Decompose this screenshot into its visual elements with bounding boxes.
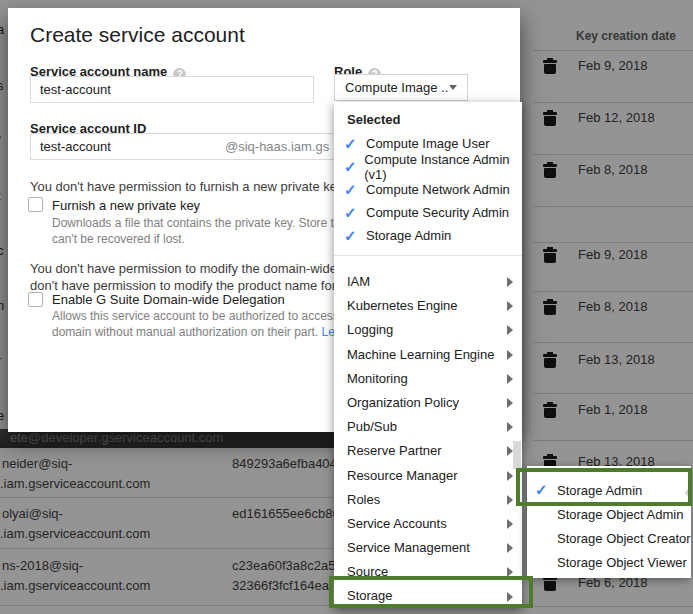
- menu-divider: [334, 255, 522, 256]
- account-id-domain-suffix: @siq-haas.iam.gs: [225, 134, 329, 159]
- submenu-arrow-icon: [507, 422, 513, 432]
- input-value: test-account: [40, 139, 111, 154]
- submenu-arrow-icon: [507, 398, 513, 408]
- menu-item-label: Reserve Partner: [347, 443, 442, 458]
- submenu-item-storage-object-creator[interactable]: Storage Object Creator: [527, 526, 691, 550]
- description-text: domain without manual authorization on t…: [52, 325, 318, 339]
- submenu-arrow-icon: [507, 495, 513, 505]
- role-menu: Selected Compute Image User Compute Inst…: [334, 102, 522, 608]
- menu-item-label: Organization Policy: [347, 395, 459, 410]
- dialog-title: Create service account: [30, 23, 245, 47]
- menu-category-iam[interactable]: IAM: [334, 270, 522, 294]
- domain-permission-notice: don't have permission to modify the prod…: [30, 278, 350, 293]
- menu-item-label: Monitoring: [347, 371, 408, 386]
- menu-item-label: Compute Instance Admin (v1): [364, 152, 522, 182]
- menu-item-compute-network-admin[interactable]: Compute Network Admin: [334, 178, 522, 201]
- submenu-item-storage-object-viewer[interactable]: Storage Object Viewer: [527, 550, 691, 574]
- domain-permission-notice: You don't have permission to modify the …: [30, 261, 348, 276]
- furnish-key-description: Downloads a file that contains the priva…: [52, 216, 359, 230]
- gsuite-delegation-description: Allows this service account to be author…: [52, 309, 354, 323]
- submenu-arrow-icon: [507, 350, 513, 360]
- menu-item-label: Compute Image User: [366, 136, 490, 151]
- menu-category-monitoring[interactable]: Monitoring: [334, 367, 522, 391]
- menu-category-roles[interactable]: Roles: [334, 488, 522, 512]
- menu-item-label: Storage Object Admin: [557, 507, 683, 522]
- selected-section-header: Selected: [334, 108, 522, 132]
- role-dropdown[interactable]: Compute Image ...: [334, 74, 468, 101]
- menu-item-label: Compute Security Admin: [366, 205, 509, 220]
- dropdown-caret-icon: [449, 85, 457, 90]
- menu-category-service-accounts[interactable]: Service Accounts: [334, 512, 522, 536]
- menu-item-label: Service Management: [347, 540, 470, 555]
- menu-category-service-management[interactable]: Service Management: [334, 536, 522, 560]
- submenu-arrow-icon: [507, 543, 513, 553]
- check-icon: [344, 204, 366, 222]
- input-value: test-account: [40, 82, 111, 97]
- check-icon: [344, 158, 364, 176]
- menu-item-compute-security-admin[interactable]: Compute Security Admin: [334, 201, 522, 224]
- submenu-arrow-icon: [507, 301, 513, 311]
- menu-category-kubernetes-engine[interactable]: Kubernetes Engine: [334, 294, 522, 318]
- menu-item-label: Storage Admin: [366, 228, 451, 243]
- submenu-arrow-icon: [507, 519, 513, 529]
- annotation-box-storage-category: [329, 576, 533, 608]
- menu-category-organization-policy[interactable]: Organization Policy: [334, 391, 522, 415]
- submenu-arrow-icon: [507, 277, 513, 287]
- screen: a s f t c n r e Key creation date Feb 9,…: [0, 0, 693, 614]
- furnish-key-checkbox-label: Furnish a new private key: [52, 198, 200, 213]
- check-icon: [344, 227, 366, 245]
- menu-category-machine-learning-engine[interactable]: Machine Learning Engine: [334, 343, 522, 367]
- menu-scrollbar-thumb[interactable]: [513, 441, 521, 469]
- submenu-arrow-icon: [507, 325, 513, 335]
- gsuite-delegation-checkbox-label: Enable G Suite Domain-wide Delegation: [52, 292, 285, 307]
- menu-item-label: Pub/Sub: [347, 419, 397, 434]
- menu-item-label: Storage Object Viewer: [557, 555, 687, 570]
- role-dropdown-value: Compute Image ...: [345, 80, 449, 95]
- menu-category-reserve-partner[interactable]: Reserve Partner: [334, 439, 522, 463]
- menu-item-label: Storage Object Creator: [557, 531, 691, 546]
- menu-item-label: Roles: [347, 492, 380, 507]
- menu-item-label: Kubernetes Engine: [347, 298, 458, 313]
- menu-item-compute-instance-admin[interactable]: Compute Instance Admin (v1): [334, 155, 522, 178]
- menu-item-label: Resource Manager: [347, 468, 458, 483]
- submenu-arrow-icon: [507, 471, 513, 481]
- annotation-box-storage-admin: [516, 468, 692, 506]
- check-icon: [344, 181, 366, 199]
- furnish-key-checkbox[interactable]: [28, 197, 43, 212]
- gsuite-delegation-checkbox[interactable]: [28, 292, 43, 307]
- menu-item-label: Compute Network Admin: [366, 182, 510, 197]
- service-account-name-input[interactable]: test-account: [30, 76, 314, 103]
- menu-item-label: IAM: [347, 274, 370, 289]
- gsuite-delegation-description: domain without manual authorization on t…: [52, 325, 352, 339]
- menu-item-label: Service Accounts: [347, 516, 447, 531]
- check-icon: [344, 135, 366, 153]
- key-permission-notice: You don't have permission to furnish a n…: [30, 179, 346, 194]
- menu-item-storage-admin-selected[interactable]: Storage Admin: [334, 224, 522, 247]
- menu-item-label: Logging: [347, 322, 393, 337]
- submenu-arrow-icon: [507, 374, 513, 384]
- furnish-key-description: can't be recovered if lost.: [52, 232, 185, 246]
- menu-category-pub-sub[interactable]: Pub/Sub: [334, 415, 522, 439]
- menu-item-label: Machine Learning Engine: [347, 347, 494, 362]
- menu-category-resource-manager[interactable]: Resource Manager: [334, 464, 522, 488]
- menu-category-logging[interactable]: Logging: [334, 318, 522, 342]
